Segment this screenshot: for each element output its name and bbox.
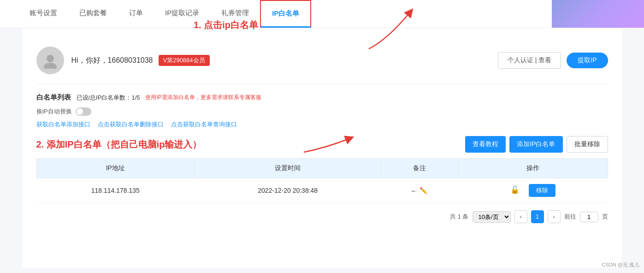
- count-label: 已设/总IP白名单数：: [77, 94, 132, 101]
- total-count: 共 1 条: [450, 213, 468, 221]
- col-header-time: 设置时间: [195, 159, 381, 178]
- member-badge: V第290884会员: [159, 55, 210, 66]
- page-size-select[interactable]: 10条/页 20条/页 50条/页: [473, 211, 511, 223]
- cell-time: 2022-12-20 20:38:48: [195, 178, 381, 203]
- api-link-add[interactable]: 获取白名单添加接口: [36, 120, 90, 129]
- page-unit: 页: [602, 213, 608, 221]
- nav-item-order[interactable]: 订单: [118, 0, 154, 28]
- api-link-delete[interactable]: 点击获取白名单删除接口: [98, 120, 164, 129]
- whitelist-notice: 使用IP需添加白名单，更多需求请联系专属客服: [145, 94, 261, 101]
- col-header-ip: IP地址: [36, 159, 195, 178]
- col-header-remark: 备注: [381, 159, 458, 178]
- action-buttons: 查看教程 添加IP白名单 批量移除: [465, 136, 608, 153]
- table-row: 118.114.178.135 2022-12-20 20:38:48 – ✏️…: [36, 178, 608, 203]
- user-actions: 个人认证 | 查看 提取IP: [498, 52, 608, 69]
- step2-annotation: 2. 添加IP白名单（把自己电脑ip输进入）: [36, 138, 202, 151]
- user-avatar: [36, 47, 64, 74]
- whitelist-table: IP地址 设置时间 备注 操作 118.114.178.135 2022-12-…: [36, 158, 608, 203]
- goto-page-input[interactable]: [580, 212, 598, 222]
- arrow-2: [299, 134, 354, 157]
- cell-remark: – ✏️: [381, 178, 458, 203]
- batch-remove-button[interactable]: 批量移除: [567, 136, 608, 153]
- goto-label: 前往: [564, 213, 576, 221]
- cell-action: 🔓 移除: [458, 178, 608, 203]
- auto-switch-toggle[interactable]: [76, 107, 91, 116]
- api-links: 获取白名单添加接口 点击获取白名单删除接口 点击获取白名单查询接口: [36, 120, 608, 129]
- remark-text: –: [412, 187, 415, 194]
- top-nav: 账号设置 已购套餐 订单 IP提取记录 礼券管理 IP白名单: [0, 0, 644, 28]
- extract-button[interactable]: 提取IP: [567, 53, 608, 68]
- annotation-2-row: 2. 添加IP白名单（把自己电脑ip输进入） 查看教程 添加IP白名单 批量移除: [36, 136, 608, 153]
- nav-bg-decoration: [552, 0, 644, 28]
- count-value: 1/5: [131, 94, 140, 101]
- cell-ip: 118.114.178.135: [36, 178, 195, 203]
- whitelist-section: 白名单列表 已设/总IP白名单数：1/5 使用IP需添加白名单，更多需求请联系专…: [36, 93, 608, 232]
- remove-button[interactable]: 移除: [529, 184, 555, 197]
- nav-item-package[interactable]: 已购套餐: [68, 0, 118, 28]
- api-link-query[interactable]: 点击获取白名单查询接口: [171, 120, 237, 129]
- pagination: 共 1 条 10条/页 20条/页 50条/页 ‹ 1 › 前往 页: [36, 203, 608, 223]
- nav-item-ip-whitelist[interactable]: IP白名单: [260, 0, 311, 28]
- whitelist-header: 白名单列表 已设/总IP白名单数：1/5 使用IP需添加白名单，更多需求请联系专…: [36, 93, 608, 102]
- prev-page-button[interactable]: ‹: [514, 210, 527, 223]
- tutorial-button[interactable]: 查看教程: [465, 136, 506, 153]
- step1-annotation: 1. 点击ip白名单: [194, 19, 258, 31]
- col-header-action: 操作: [458, 159, 608, 178]
- add-whitelist-button[interactable]: 添加IP白名单: [509, 136, 562, 153]
- nav-item-account[interactable]: 账号设置: [18, 0, 68, 28]
- verify-button[interactable]: 个人认证 | 查看: [498, 52, 561, 69]
- auto-switch-row: 换IP自动替换: [36, 107, 608, 116]
- edit-icon[interactable]: ✏️: [419, 187, 427, 194]
- page-1-button[interactable]: 1: [531, 210, 544, 223]
- user-greeting: Hi，你好，16608031038: [71, 56, 153, 65]
- whitelist-title: 白名单列表: [36, 93, 71, 102]
- whitelist-count: 已设/总IP白名单数：1/5: [77, 94, 140, 102]
- next-page-button[interactable]: ›: [548, 210, 561, 223]
- user-section: Hi，你好，16608031038 V第290884会员 个人认证 | 查看 提…: [36, 37, 608, 84]
- main-content: Hi，你好，16608031038 V第290884会员 个人认证 | 查看 提…: [23, 28, 622, 268]
- user-info: Hi，你好，16608031038 V第290884会员: [71, 55, 498, 66]
- auto-switch-label: 换IP自动替换: [36, 107, 72, 116]
- watermark: CSDN @无 孤儿: [602, 261, 639, 268]
- lock-icon: 🔓: [510, 186, 520, 194]
- svg-point-1: [44, 63, 57, 69]
- svg-point-0: [47, 55, 54, 62]
